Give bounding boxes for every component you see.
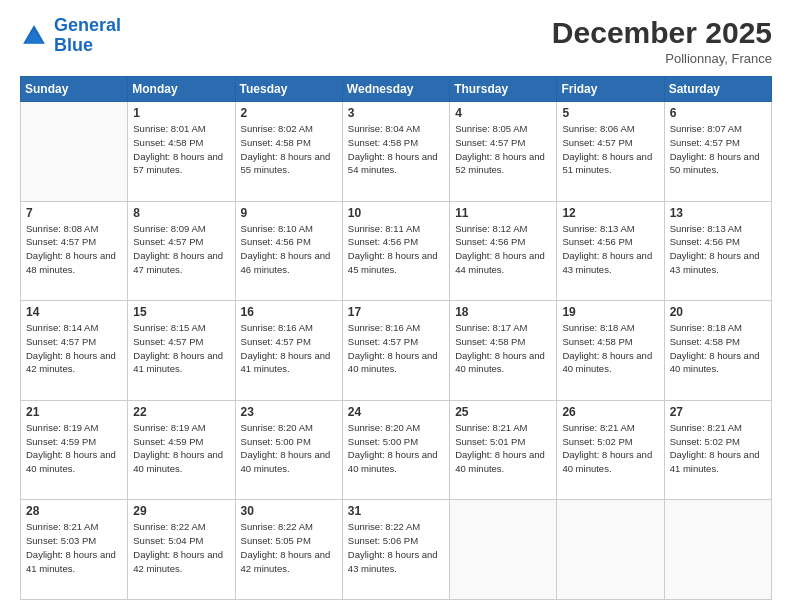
daylight-hours: Daylight: 8 hours and 40 minutes.: [26, 449, 116, 474]
day-info: Sunrise: 8:07 AMSunset: 4:57 PMDaylight:…: [670, 122, 766, 177]
day-info: Sunrise: 8:02 AMSunset: 4:58 PMDaylight:…: [241, 122, 337, 177]
sunrise: Sunrise: 8:16 AM: [241, 322, 313, 333]
col-saturday: Saturday: [664, 77, 771, 102]
calendar-week-2: 7Sunrise: 8:08 AMSunset: 4:57 PMDaylight…: [21, 201, 772, 301]
day-info: Sunrise: 8:22 AMSunset: 5:04 PMDaylight:…: [133, 520, 229, 575]
sunrise: Sunrise: 8:09 AM: [133, 223, 205, 234]
calendar-cell: 27Sunrise: 8:21 AMSunset: 5:02 PMDayligh…: [664, 400, 771, 500]
calendar-cell: 3Sunrise: 8:04 AMSunset: 4:58 PMDaylight…: [342, 102, 449, 202]
daylight-hours: Daylight: 8 hours and 42 minutes.: [133, 549, 223, 574]
day-number: 26: [562, 405, 658, 419]
sunrise: Sunrise: 8:07 AM: [670, 123, 742, 134]
daylight-hours: Daylight: 8 hours and 40 minutes.: [241, 449, 331, 474]
sunset: Sunset: 4:57 PM: [562, 137, 632, 148]
calendar-cell: [21, 102, 128, 202]
sunset: Sunset: 4:56 PM: [562, 236, 632, 247]
header: General Blue December 2025 Pollionnay, F…: [20, 16, 772, 66]
sunset: Sunset: 4:59 PM: [26, 436, 96, 447]
calendar-cell: 6Sunrise: 8:07 AMSunset: 4:57 PMDaylight…: [664, 102, 771, 202]
day-number: 8: [133, 206, 229, 220]
day-number: 23: [241, 405, 337, 419]
day-info: Sunrise: 8:13 AMSunset: 4:56 PMDaylight:…: [562, 222, 658, 277]
sunrise: Sunrise: 8:18 AM: [670, 322, 742, 333]
daylight-hours: Daylight: 8 hours and 41 minutes.: [670, 449, 760, 474]
col-thursday: Thursday: [450, 77, 557, 102]
daylight-hours: Daylight: 8 hours and 48 minutes.: [26, 250, 116, 275]
calendar-cell: 8Sunrise: 8:09 AMSunset: 4:57 PMDaylight…: [128, 201, 235, 301]
sunset: Sunset: 4:56 PM: [455, 236, 525, 247]
daylight-hours: Daylight: 8 hours and 54 minutes.: [348, 151, 438, 176]
daylight-hours: Daylight: 8 hours and 40 minutes.: [348, 350, 438, 375]
col-friday: Friday: [557, 77, 664, 102]
day-info: Sunrise: 8:18 AMSunset: 4:58 PMDaylight:…: [670, 321, 766, 376]
day-info: Sunrise: 8:04 AMSunset: 4:58 PMDaylight:…: [348, 122, 444, 177]
calendar-header-row: Sunday Monday Tuesday Wednesday Thursday…: [21, 77, 772, 102]
day-info: Sunrise: 8:14 AMSunset: 4:57 PMDaylight:…: [26, 321, 122, 376]
calendar-cell: 13Sunrise: 8:13 AMSunset: 4:56 PMDayligh…: [664, 201, 771, 301]
day-info: Sunrise: 8:20 AMSunset: 5:00 PMDaylight:…: [241, 421, 337, 476]
sunset: Sunset: 4:57 PM: [455, 137, 525, 148]
sunset: Sunset: 4:58 PM: [348, 137, 418, 148]
sunrise: Sunrise: 8:11 AM: [348, 223, 420, 234]
sunrise: Sunrise: 8:19 AM: [133, 422, 205, 433]
sunrise: Sunrise: 8:20 AM: [241, 422, 313, 433]
sunset: Sunset: 4:57 PM: [133, 236, 203, 247]
sunset: Sunset: 5:04 PM: [133, 535, 203, 546]
col-sunday: Sunday: [21, 77, 128, 102]
day-info: Sunrise: 8:21 AMSunset: 5:02 PMDaylight:…: [562, 421, 658, 476]
calendar-cell: 18Sunrise: 8:17 AMSunset: 4:58 PMDayligh…: [450, 301, 557, 401]
calendar-cell: 30Sunrise: 8:22 AMSunset: 5:05 PMDayligh…: [235, 500, 342, 600]
day-number: 31: [348, 504, 444, 518]
day-number: 25: [455, 405, 551, 419]
day-number: 7: [26, 206, 122, 220]
sunrise: Sunrise: 8:22 AM: [133, 521, 205, 532]
sunrise: Sunrise: 8:22 AM: [241, 521, 313, 532]
calendar-cell: 4Sunrise: 8:05 AMSunset: 4:57 PMDaylight…: [450, 102, 557, 202]
sunset: Sunset: 4:57 PM: [670, 137, 740, 148]
day-info: Sunrise: 8:05 AMSunset: 4:57 PMDaylight:…: [455, 122, 551, 177]
calendar-cell: 31Sunrise: 8:22 AMSunset: 5:06 PMDayligh…: [342, 500, 449, 600]
sunset: Sunset: 5:02 PM: [562, 436, 632, 447]
day-info: Sunrise: 8:17 AMSunset: 4:58 PMDaylight:…: [455, 321, 551, 376]
sunrise: Sunrise: 8:01 AM: [133, 123, 205, 134]
calendar-cell: 17Sunrise: 8:16 AMSunset: 4:57 PMDayligh…: [342, 301, 449, 401]
calendar-cell: [450, 500, 557, 600]
day-info: Sunrise: 8:10 AMSunset: 4:56 PMDaylight:…: [241, 222, 337, 277]
day-number: 9: [241, 206, 337, 220]
sunset: Sunset: 4:56 PM: [348, 236, 418, 247]
sunrise: Sunrise: 8:04 AM: [348, 123, 420, 134]
day-number: 21: [26, 405, 122, 419]
sunset: Sunset: 5:03 PM: [26, 535, 96, 546]
month-title: December 2025: [552, 16, 772, 49]
daylight-hours: Daylight: 8 hours and 42 minutes.: [241, 549, 331, 574]
sunset: Sunset: 4:57 PM: [348, 336, 418, 347]
sunrise: Sunrise: 8:05 AM: [455, 123, 527, 134]
day-number: 10: [348, 206, 444, 220]
day-number: 3: [348, 106, 444, 120]
day-info: Sunrise: 8:21 AMSunset: 5:01 PMDaylight:…: [455, 421, 551, 476]
calendar-cell: 10Sunrise: 8:11 AMSunset: 4:56 PMDayligh…: [342, 201, 449, 301]
day-info: Sunrise: 8:22 AMSunset: 5:06 PMDaylight:…: [348, 520, 444, 575]
day-number: 24: [348, 405, 444, 419]
sunrise: Sunrise: 8:14 AM: [26, 322, 98, 333]
daylight-hours: Daylight: 8 hours and 41 minutes.: [133, 350, 223, 375]
calendar-cell: 12Sunrise: 8:13 AMSunset: 4:56 PMDayligh…: [557, 201, 664, 301]
calendar-cell: 21Sunrise: 8:19 AMSunset: 4:59 PMDayligh…: [21, 400, 128, 500]
calendar-cell: 26Sunrise: 8:21 AMSunset: 5:02 PMDayligh…: [557, 400, 664, 500]
calendar-week-3: 14Sunrise: 8:14 AMSunset: 4:57 PMDayligh…: [21, 301, 772, 401]
daylight-hours: Daylight: 8 hours and 43 minutes.: [348, 549, 438, 574]
day-number: 11: [455, 206, 551, 220]
day-number: 28: [26, 504, 122, 518]
day-number: 5: [562, 106, 658, 120]
calendar-week-5: 28Sunrise: 8:21 AMSunset: 5:03 PMDayligh…: [21, 500, 772, 600]
daylight-hours: Daylight: 8 hours and 52 minutes.: [455, 151, 545, 176]
sunset: Sunset: 4:58 PM: [133, 137, 203, 148]
day-number: 18: [455, 305, 551, 319]
title-block: December 2025 Pollionnay, France: [552, 16, 772, 66]
day-number: 1: [133, 106, 229, 120]
calendar-cell: 24Sunrise: 8:20 AMSunset: 5:00 PMDayligh…: [342, 400, 449, 500]
calendar-cell: 19Sunrise: 8:18 AMSunset: 4:58 PMDayligh…: [557, 301, 664, 401]
day-info: Sunrise: 8:09 AMSunset: 4:57 PMDaylight:…: [133, 222, 229, 277]
calendar-cell: [557, 500, 664, 600]
calendar-cell: 7Sunrise: 8:08 AMSunset: 4:57 PMDaylight…: [21, 201, 128, 301]
